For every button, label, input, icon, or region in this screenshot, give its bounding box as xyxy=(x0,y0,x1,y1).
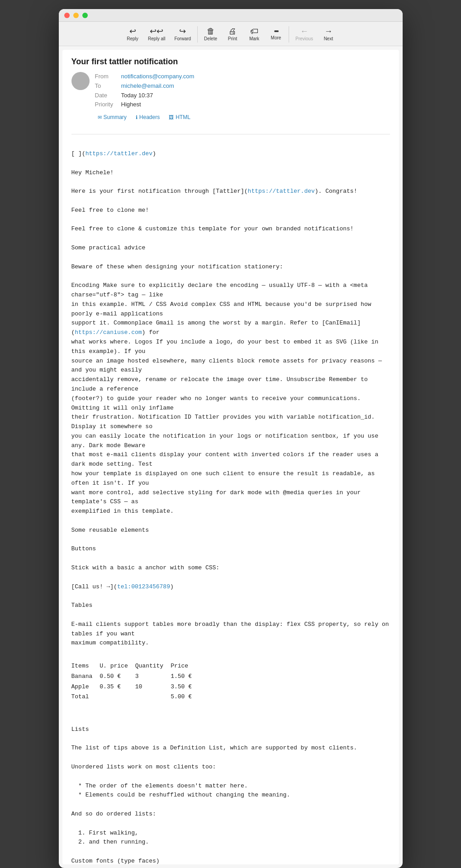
from-row: From notifications@company.com xyxy=(95,72,390,81)
meta-fields: From notifications@company.com To michel… xyxy=(95,72,390,129)
minimize-button[interactable] xyxy=(73,13,79,18)
to-value[interactable]: michele@email.com xyxy=(121,81,174,91)
table-cell-quantity: 3 xyxy=(135,672,171,682)
previous-icon: ← xyxy=(300,27,308,35)
email-table: Items U. price Quantity Price Banana 0.5… xyxy=(71,661,199,702)
call-link[interactable]: tel:00123456789 xyxy=(117,583,170,590)
priority-row: Priority Highest xyxy=(95,100,390,110)
table-cell-quantity: 10 xyxy=(135,682,171,692)
previous-button: ← Previous xyxy=(292,25,317,43)
headers-icon: ℹ xyxy=(136,114,138,120)
table-row: Apple 0.35 € 10 3.50 € xyxy=(71,682,199,692)
maximize-button[interactable] xyxy=(82,13,88,18)
headers-tab-label: Headers xyxy=(139,114,160,120)
email-subject: Your first tattler notification xyxy=(71,57,390,67)
mark-button[interactable]: 🏷 Mark xyxy=(244,25,264,43)
mark-label: Mark xyxy=(249,36,259,41)
toolbar-separator-2 xyxy=(289,26,289,43)
reply-label: Reply xyxy=(127,36,138,41)
table-cell-uprice: 0.50 € xyxy=(100,672,135,682)
table-cell-item: Banana xyxy=(71,672,100,682)
reply-button[interactable]: ↩ Reply xyxy=(123,25,143,43)
more-icon: ••• xyxy=(274,28,278,34)
reply-all-icon: ↩↩ xyxy=(150,27,163,35)
toolbar-separator-1 xyxy=(197,26,198,43)
priority-value: Highest xyxy=(121,100,141,110)
body-link-line: [ ](https://tattler.dev) xyxy=(71,150,156,157)
next-icon: → xyxy=(324,27,333,35)
table-cell-total-quantity xyxy=(135,692,171,702)
more-label: More xyxy=(271,35,281,40)
table-cell-total-uprice xyxy=(100,692,135,702)
forward-button[interactable]: ↪ Forward xyxy=(171,25,195,43)
table-cell-price: 3.50 € xyxy=(171,682,199,692)
table-header-uprice: U. price xyxy=(100,661,135,672)
delete-label: Delete xyxy=(204,36,217,41)
view-tabs: ✉ Summary ℹ Headers 🖼 HTML xyxy=(95,113,390,121)
caniuse-link[interactable]: https://caniuse.com xyxy=(75,329,142,336)
titlebar xyxy=(59,9,403,22)
from-value[interactable]: notifications@company.com xyxy=(121,72,195,81)
table-row: Banana 0.50 € 3 1.50 € xyxy=(71,672,199,682)
tab-headers[interactable]: ℹ Headers xyxy=(133,113,162,121)
table-cell-total-price: 5.00 € xyxy=(171,692,199,702)
table-header-items: Items xyxy=(71,661,100,672)
table-cell-price: 1.50 € xyxy=(171,672,199,682)
to-row: To michele@email.com xyxy=(95,81,390,91)
tattler-dev-link-1[interactable]: https://tattler.dev xyxy=(86,150,152,157)
table-header-row: Items U. price Quantity Price xyxy=(71,661,199,672)
reply-all-label: Reply all xyxy=(148,36,165,41)
previous-label: Previous xyxy=(295,36,313,41)
table-header-quantity: Quantity xyxy=(135,661,171,672)
email-window: ↩ Reply ↩↩ Reply all ↪ Forward 🗑 Delete … xyxy=(59,9,403,868)
html-tab-label: HTML xyxy=(176,114,190,120)
next-label: Next xyxy=(324,36,333,41)
priority-label: Priority xyxy=(95,100,118,110)
traffic-lights xyxy=(64,13,88,18)
tab-summary[interactable]: ✉ Summary xyxy=(95,113,129,121)
reply-all-button[interactable]: ↩↩ Reply all xyxy=(144,25,169,43)
delete-button[interactable]: 🗑 Delete xyxy=(200,25,221,43)
date-value: Today 10:37 xyxy=(121,91,153,100)
print-icon: 🖨 xyxy=(228,27,237,35)
tab-html[interactable]: 🖼 HTML xyxy=(166,113,193,121)
table-cell-total-label: Total xyxy=(71,692,100,702)
table-header-price: Price xyxy=(171,661,199,672)
toolbar: ↩ Reply ↩↩ Reply all ↪ Forward 🗑 Delete … xyxy=(59,22,403,46)
forward-label: Forward xyxy=(174,36,191,41)
print-button[interactable]: 🖨 Print xyxy=(223,25,242,43)
print-label: Print xyxy=(228,36,238,41)
content-divider xyxy=(71,134,390,134)
email-body: [ ](https://tattler.dev) Hey Michele! He… xyxy=(71,140,390,864)
next-button[interactable]: → Next xyxy=(318,25,338,43)
email-content: Your first tattler notification From not… xyxy=(62,50,399,864)
more-button[interactable]: ••• More xyxy=(266,26,286,42)
forward-icon: ↪ xyxy=(179,27,186,35)
summary-tab-label: Summary xyxy=(104,114,127,120)
mark-icon: 🏷 xyxy=(250,27,258,35)
sender-avatar xyxy=(71,72,90,90)
table-cell-item: Apple xyxy=(71,682,100,692)
summary-icon: ✉ xyxy=(98,114,102,120)
date-row: Date Today 10:37 xyxy=(95,91,390,100)
table-row: Total 5.00 € xyxy=(71,692,199,702)
html-icon: 🖼 xyxy=(169,114,174,120)
to-label: To xyxy=(95,81,118,91)
tattler-dev-link-2[interactable]: https://tattler.dev xyxy=(248,188,315,195)
date-label: Date xyxy=(95,91,118,100)
table-cell-uprice: 0.35 € xyxy=(100,682,135,692)
close-button[interactable] xyxy=(64,13,70,18)
from-label: From xyxy=(95,72,118,81)
email-meta: From notifications@company.com To michel… xyxy=(71,72,390,129)
reply-icon: ↩ xyxy=(129,27,136,35)
delete-icon: 🗑 xyxy=(207,27,215,35)
